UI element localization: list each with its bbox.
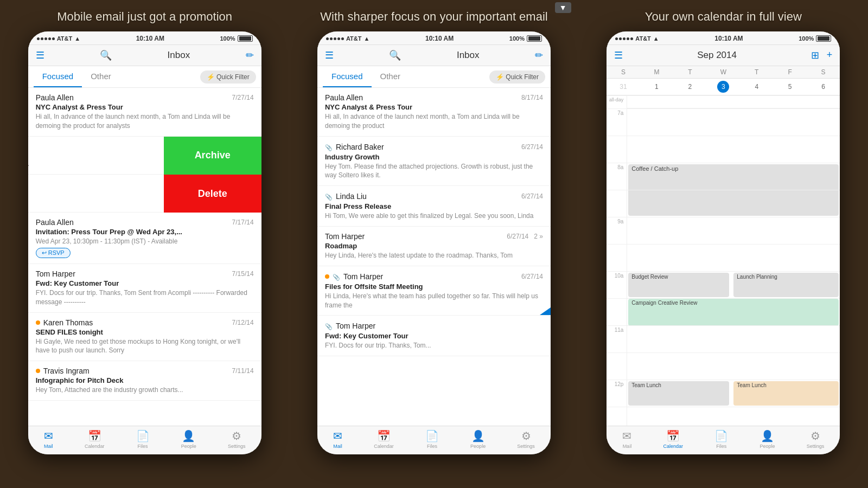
event-campaign-title: Campaign Creative Review bbox=[631, 300, 697, 306]
time-1: 10:10 AM bbox=[136, 35, 164, 42]
time-slot-8a: 8a bbox=[607, 163, 627, 190]
tab-calendar-3[interactable]: 📅 Calendar bbox=[663, 429, 684, 449]
cal-num-4: 4 bbox=[751, 81, 763, 93]
time-slot-11a: 11a bbox=[607, 325, 627, 352]
nav-bar-2: ☰ 🔍 Inbox ✏ bbox=[317, 45, 551, 66]
cal-cell-4[interactable]: 4 bbox=[740, 80, 773, 94]
tab-files-3[interactable]: 📄 Files bbox=[714, 429, 728, 449]
email-item-1-5[interactable]: Karen Thomas 7/12/14 SEND FILES tonight … bbox=[28, 313, 261, 362]
dropdown-arrow-2[interactable]: ▼ bbox=[555, 2, 571, 13]
email-item-2-5[interactable]: Tom Harper Fwd: Key Customer Tour FYI. D… bbox=[317, 316, 551, 356]
day-label-t1: T bbox=[673, 66, 706, 78]
compose-icon-2[interactable]: ✏ bbox=[535, 49, 543, 61]
tab-files-1[interactable]: 📄 Files bbox=[136, 429, 150, 449]
cal-nav-bar-3: ☰ Sep 2014 ⊞ + bbox=[607, 45, 840, 66]
event-launch[interactable]: Launch Planning bbox=[733, 273, 839, 297]
tab-mail-1[interactable]: ✉ Mail bbox=[44, 429, 53, 449]
event-team-lunch-2-title: Team Lunch bbox=[737, 382, 766, 388]
day-label-s1: S bbox=[607, 66, 640, 78]
preview-2-4: Hi Linda, Here's what the team has pulle… bbox=[325, 292, 543, 310]
tab-people-3[interactable]: 👤 People bbox=[760, 429, 775, 449]
email-item-2-0[interactable]: Paula Allen 8/17/14 NYC Analyst & Press … bbox=[317, 88, 551, 137]
cal-num-1: 1 bbox=[650, 81, 662, 93]
search-icon-1[interactable]: 🔍 bbox=[100, 49, 112, 61]
event-team-lunch-1[interactable]: Team Lunch bbox=[628, 381, 729, 406]
email-item-1-6[interactable]: Travis Ingram 7/11/14 Infographic for Pi… bbox=[28, 361, 261, 401]
quick-filter-2[interactable]: ⚡ Quick Filter bbox=[489, 70, 545, 84]
email-item-2-2[interactable]: Linda Liu 6/27/14 Final Press Release Hi… bbox=[317, 186, 551, 227]
email-item-1-2[interactable]: 7/18/14 t onrter bbox=[28, 175, 164, 213]
cal-cell-3[interactable]: 3 bbox=[707, 80, 740, 94]
menu-icon-2[interactable]: ☰ bbox=[325, 49, 334, 61]
tab-focused-2[interactable]: Focused bbox=[323, 66, 372, 87]
sender-1-6: Travis Ingram bbox=[43, 367, 90, 375]
delete-action[interactable]: Delete bbox=[164, 175, 261, 213]
bottom-bar-2: ✉ Mail 📅 Calendar 📄 Files 👤 People ⚙ Set… bbox=[317, 426, 551, 454]
tab-settings-3[interactable]: ⚙ Settings bbox=[807, 429, 825, 449]
tab-other-2[interactable]: Other bbox=[372, 66, 410, 87]
rsvp-button-1-3[interactable]: ↩ RSVP bbox=[36, 248, 71, 258]
people-icon-2: 👤 bbox=[471, 429, 485, 442]
phone-3: AT&T ▲ 10:10 AM 100% ☰ Sep 2014 ⊞ + S M … bbox=[607, 31, 840, 454]
tab-people-label-1: People bbox=[181, 444, 196, 449]
compose-icon-1[interactable]: ✏ bbox=[246, 49, 254, 61]
calendar-icon-3: 📅 bbox=[666, 429, 680, 442]
tab-focused-1[interactable]: Focused bbox=[34, 66, 82, 87]
cal-cell-1[interactable]: 1 bbox=[640, 80, 673, 94]
quick-filter-1[interactable]: ⚡ Quick Filter bbox=[200, 70, 256, 84]
tab-settings-1[interactable]: ⚙ Settings bbox=[228, 429, 246, 449]
cal-cell-31[interactable]: 31 bbox=[607, 80, 640, 94]
status-right-3: 100% bbox=[799, 35, 831, 42]
cal-cell-6[interactable]: 6 bbox=[807, 80, 840, 94]
menu-icon-1[interactable]: ☰ bbox=[36, 49, 44, 61]
sender-2-1: Richard Baker bbox=[336, 143, 384, 151]
email-item-1-4[interactable]: Tom Harper 7/15/14 Fwd: Key Customer Tou… bbox=[28, 264, 261, 313]
event-campaign[interactable]: Campaign Creative Review bbox=[628, 299, 839, 326]
tab-other-1[interactable]: Other bbox=[82, 66, 120, 87]
cal-cell-2[interactable]: 2 bbox=[673, 80, 706, 94]
email-item-1-3[interactable]: Paula Allen 7/17/14 Invitation: Press To… bbox=[28, 213, 261, 264]
tab-files-2[interactable]: 📄 Files bbox=[425, 429, 439, 449]
preview-1-0: Hi all, In advance of the launch next mo… bbox=[36, 112, 254, 131]
event-slot-8a: Coffee / Catch-up bbox=[627, 163, 840, 190]
time-slot-7a: 7a bbox=[607, 108, 627, 136]
subject-1-0: NYC Analyst & Press Tour bbox=[36, 103, 254, 111]
date-1-4: 7/15/14 bbox=[232, 270, 254, 278]
cal-body-3: all-day 7a 8a 9a 10a 11a 12p 1p 2p bbox=[607, 95, 840, 426]
email-item-2-3[interactable]: Tom Harper 6/27/14 2 » Roadmap Hey Linda… bbox=[317, 227, 551, 266]
add-icon-3[interactable]: + bbox=[827, 49, 833, 61]
tab-mail-2[interactable]: ✉ Mail bbox=[333, 429, 342, 449]
email-header-2-1: Richard Baker 6/27/14 bbox=[325, 142, 543, 152]
tab-calendar-2[interactable]: 📅 Calendar bbox=[374, 429, 394, 449]
grid-icon-3[interactable]: ⊞ bbox=[811, 49, 819, 61]
email-item-2-4[interactable]: Tom Harper 6/27/14 Files for Offsite Sta… bbox=[317, 266, 551, 316]
battery-pct-3: 100% bbox=[799, 35, 814, 42]
tab-settings-2[interactable]: ⚙ Settings bbox=[517, 429, 535, 449]
tab-calendar-label-1: Calendar bbox=[85, 444, 105, 449]
menu-icon-3[interactable]: ☰ bbox=[614, 49, 623, 61]
tab-calendar-1[interactable]: 📅 Calendar bbox=[85, 429, 105, 449]
email-item-2-1[interactable]: Richard Baker 6/27/14 Industry Growth He… bbox=[317, 137, 551, 187]
archive-action[interactable]: Archive bbox=[164, 137, 261, 175]
tab-files-label-2: Files bbox=[427, 444, 437, 449]
email-item-1-0[interactable]: Paula Allen 7/27/14 NYC Analyst & Press … bbox=[28, 88, 261, 137]
inbox-title-2: Inbox bbox=[457, 50, 480, 61]
tab-people-1[interactable]: 👤 People bbox=[181, 429, 196, 449]
wifi-icon-3: ▲ bbox=[653, 35, 659, 42]
tab-settings-label-2: Settings bbox=[517, 444, 535, 449]
cal-cell-5[interactable]: 5 bbox=[773, 80, 806, 94]
panel-1: Mobile email just got a promotion AT&T ▲… bbox=[0, 0, 289, 488]
tab-people-2[interactable]: 👤 People bbox=[470, 429, 486, 449]
event-team-lunch-1-title: Team Lunch bbox=[631, 382, 661, 388]
event-budget[interactable]: Budget Review bbox=[628, 273, 729, 297]
event-team-lunch-2[interactable]: Team Lunch bbox=[733, 381, 839, 406]
filter-bar-2: Focused Other ⚡ Quick Filter bbox=[317, 66, 551, 88]
email-header-1-6: Travis Ingram 7/11/14 bbox=[36, 367, 254, 375]
panel-2: With sharper focus on your important ema… bbox=[289, 0, 578, 488]
sender-1-3: Paula Allen bbox=[36, 218, 74, 227]
tab-mail-3[interactable]: ✉ Mail bbox=[622, 429, 631, 449]
phone-2: AT&T ▲ 10:10 AM 100% ☰ 🔍 Inbox ✏ Focused… bbox=[317, 31, 551, 454]
flag-icon-1-6 bbox=[36, 369, 40, 373]
email-item-1-1[interactable]: 7/22/14 he attached projections.the way … bbox=[28, 137, 164, 175]
search-icon-2[interactable]: 🔍 bbox=[389, 49, 401, 61]
